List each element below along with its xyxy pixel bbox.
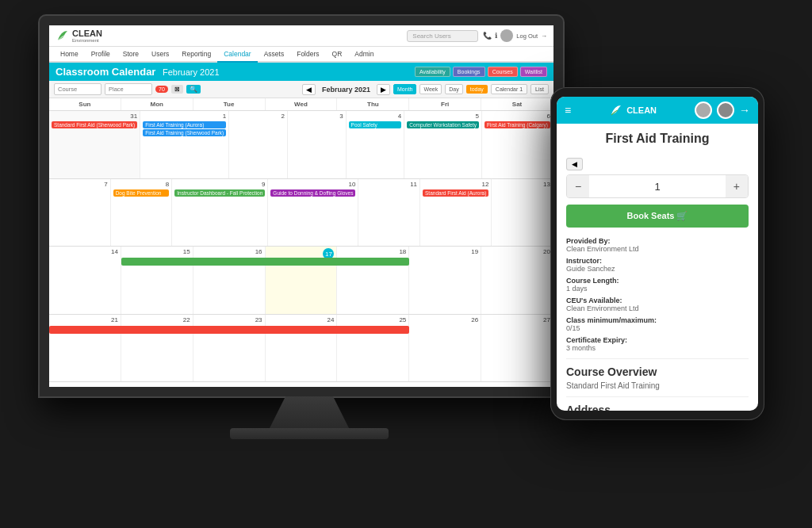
cal-cell[interactable]: 4 Pool Safety bbox=[347, 111, 405, 178]
cal-cell[interactable]: 17 bbox=[266, 247, 338, 314]
cal-cell[interactable]: 18 bbox=[337, 247, 409, 314]
day-name-sun: Sun bbox=[49, 98, 121, 110]
cal-cell[interactable]: 24 bbox=[266, 315, 338, 382]
event[interactable]: Standard First Aid (Sherwood Park) bbox=[52, 121, 137, 128]
day-name-sat: Sat bbox=[481, 98, 553, 110]
today-button[interactable]: today bbox=[466, 85, 488, 94]
cal-cell[interactable]: 25 bbox=[337, 315, 409, 382]
nav-home[interactable]: Home bbox=[54, 47, 85, 61]
event[interactable]: Computer Workstation Safety bbox=[407, 121, 479, 128]
monitor-screen: CLEAN Environment Search Users 📞 ℹ Log O bbox=[40, 16, 563, 396]
month-view-button[interactable]: Month bbox=[393, 84, 416, 94]
nav-calendar[interactable]: Calendar bbox=[217, 47, 258, 63]
quantity-decrease-button[interactable]: − bbox=[567, 175, 589, 197]
calendar1-button[interactable]: Calendar 1 bbox=[491, 84, 527, 94]
next-month-button[interactable]: ▶ bbox=[377, 84, 390, 95]
event[interactable]: First Aid Training (Calgary) bbox=[485, 121, 550, 128]
cal-cell[interactable]: 1 First Aid Training (Aurora) First Aid … bbox=[140, 111, 229, 178]
cal-cell[interactable]: 26 bbox=[409, 315, 481, 382]
multi-day-event-red[interactable] bbox=[49, 326, 409, 334]
day-view-button[interactable]: Day bbox=[445, 84, 462, 94]
cal-cell[interactable]: 23 bbox=[193, 315, 266, 382]
app-header: CLEAN Environment Search Users 📞 ℹ Log O bbox=[49, 25, 553, 47]
cal-cell[interactable]: 16 bbox=[193, 247, 266, 314]
nav-admin[interactable]: Admin bbox=[348, 47, 380, 61]
calendar-week-1: 31 Standard First Aid (Sherwood Park) 1 … bbox=[49, 111, 553, 179]
event[interactable]: First Aid Training (Sherwood Park) bbox=[143, 129, 226, 136]
event[interactable]: Standard First Aid (Aurora) bbox=[423, 189, 488, 197]
cal-cell[interactable]: 7 bbox=[49, 179, 111, 247]
tablet-logo-icon bbox=[609, 103, 623, 117]
tablet-logout-icon[interactable]: → bbox=[739, 104, 750, 117]
cal-cell[interactable]: 3 bbox=[288, 111, 347, 178]
cal-cell[interactable]: 19 bbox=[409, 247, 481, 314]
calendar-days-header: Sun Mon Tue Wed Thu Fri Sat bbox=[49, 98, 553, 111]
nav-store[interactable]: Store bbox=[117, 47, 145, 61]
day-name-thu: Thu bbox=[337, 98, 409, 110]
logo-leaf-icon bbox=[56, 29, 70, 43]
ceus-label: CEU's Available: bbox=[566, 297, 749, 304]
overview-text: Standard First Aid Training bbox=[566, 381, 749, 390]
calendar-weeks: 31 Standard First Aid (Sherwood Park) 1 … bbox=[49, 111, 553, 382]
logout-link[interactable]: Log Out bbox=[516, 33, 538, 40]
cal-cell[interactable]: 10 Guide to Donning & Doffing Gloves bbox=[268, 179, 358, 247]
event[interactable]: Guide to Donning & Doffing Gloves bbox=[270, 189, 355, 197]
list-view-button[interactable]: List bbox=[530, 84, 549, 94]
cal-cell[interactable]: 2 bbox=[229, 111, 288, 178]
tablet-avatar-2 bbox=[717, 101, 734, 119]
nav-folders[interactable]: Folders bbox=[290, 47, 325, 61]
app-nav: Home Profile Store Users Reporting Calen… bbox=[49, 47, 553, 63]
cal-cell[interactable]: 31 Standard First Aid (Sherwood Park) bbox=[49, 111, 140, 178]
nav-assets[interactable]: Assets bbox=[258, 47, 291, 61]
cal-cell[interactable]: 8 Dog Bite Prevention bbox=[111, 179, 173, 247]
nav-users[interactable]: Users bbox=[145, 47, 175, 61]
event[interactable]: Instructor Dashboard - Fall Protection bbox=[174, 189, 265, 197]
event[interactable]: Pool Safety bbox=[349, 121, 402, 128]
courses-button[interactable]: Courses bbox=[488, 67, 518, 77]
multi-day-event[interactable] bbox=[121, 258, 409, 266]
hamburger-icon[interactable]: ≡ bbox=[565, 104, 571, 117]
filter-icon[interactable]: ⊠ bbox=[171, 85, 183, 94]
info-icon[interactable]: ℹ bbox=[495, 32, 497, 40]
cal-cell[interactable]: 21 bbox=[49, 315, 121, 382]
cal-cell[interactable]: 11 bbox=[358, 179, 420, 247]
tablet-avatar-1 bbox=[695, 101, 712, 119]
cell-date: 1 bbox=[143, 113, 226, 120]
cal-cell[interactable]: 20 bbox=[481, 247, 553, 314]
cal-cell[interactable]: 13 bbox=[492, 179, 553, 247]
place-filter-input[interactable] bbox=[105, 83, 152, 95]
cal-cell[interactable]: 15 bbox=[121, 247, 193, 314]
logout-arrow-icon: → bbox=[541, 33, 547, 40]
cal-cell[interactable]: 12 Standard First Aid (Aurora) bbox=[420, 179, 492, 247]
nav-reporting[interactable]: Reporting bbox=[175, 47, 217, 61]
nav-qr[interactable]: QR bbox=[326, 47, 349, 61]
cert-expiry-label: Certificate Expiry: bbox=[566, 336, 749, 344]
cal-cell[interactable]: 22 bbox=[121, 315, 193, 382]
back-button[interactable]: ◀ bbox=[566, 158, 583, 170]
availability-button[interactable]: Availability bbox=[415, 67, 450, 77]
cal-cell[interactable]: 6 First Aid Training (Calgary) bbox=[482, 111, 553, 178]
cell-date: 31 bbox=[52, 113, 137, 120]
avatar[interactable] bbox=[500, 29, 513, 42]
event[interactable]: Dog Bite Prevention bbox=[113, 189, 170, 197]
cal-cell[interactable]: 5 Computer Workstation Safety bbox=[404, 111, 482, 178]
cal-cell[interactable]: 27 bbox=[481, 315, 553, 382]
waitlist-button[interactable]: Waitlist bbox=[520, 67, 547, 77]
bookings-button[interactable]: Bookings bbox=[453, 67, 485, 77]
logo-brand: CLEAN bbox=[72, 29, 102, 38]
header-right: Search Users 📞 ℹ Log Out → bbox=[407, 29, 547, 42]
book-seats-button[interactable]: Book Seats 🛒 bbox=[566, 205, 749, 228]
course-filter-input[interactable] bbox=[54, 83, 102, 95]
phone-icon[interactable]: 📞 bbox=[483, 32, 492, 40]
class-minmax-value: 0/15 bbox=[566, 324, 749, 332]
cal-cell[interactable]: 14 bbox=[49, 247, 121, 314]
event[interactable]: First Aid Training (Aurora) bbox=[143, 121, 226, 128]
quantity-increase-button[interactable]: + bbox=[726, 175, 748, 197]
search-input[interactable]: Search Users bbox=[407, 30, 478, 42]
prev-month-button[interactable]: ◀ bbox=[302, 84, 316, 95]
nav-profile[interactable]: Profile bbox=[85, 47, 117, 61]
week-view-button[interactable]: Week bbox=[419, 84, 442, 94]
search-button[interactable]: 🔍 bbox=[186, 85, 201, 94]
cal-cell[interactable]: 9 Instructor Dashboard - Fall Protection bbox=[172, 179, 268, 247]
monitor-base bbox=[230, 428, 389, 439]
